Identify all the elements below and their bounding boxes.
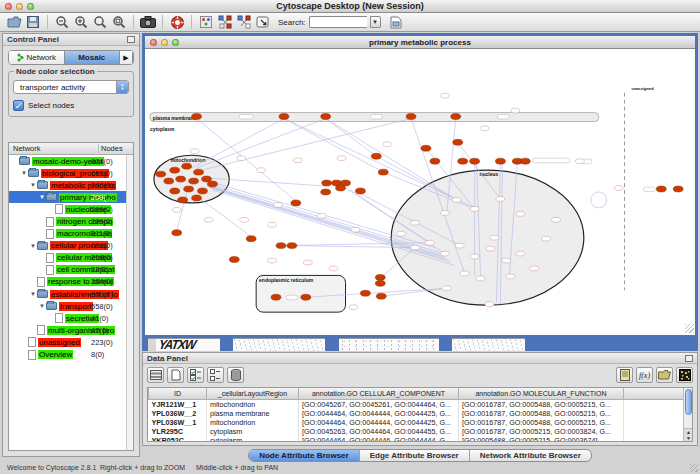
table-cell[interactable]: plasma membrane — [207, 409, 299, 418]
attribute-matrix-icon[interactable] — [676, 367, 693, 383]
tree-row[interactable]: cell communicat22(0) — [9, 264, 133, 276]
expand-arrow-icon[interactable]: ▼ — [38, 303, 46, 309]
network-canvas[interactable]: plasma membranecytoplasmmitochondrionnuc… — [145, 49, 695, 334]
network-layout-icon[interactable] — [217, 14, 233, 30]
table-column-header[interactable]: annotation.GO MOLECULAR_FUNCTION — [459, 388, 624, 399]
attribute-table[interactable]: ID_cellularLayoutRegionannotation.GO CEL… — [147, 387, 693, 442]
expand-arrow-icon[interactable]: ▼ — [38, 194, 46, 200]
window-sliver[interactable] — [339, 338, 439, 351]
attribute-notes-icon[interactable] — [616, 367, 633, 383]
network-edit-icon[interactable] — [236, 14, 252, 30]
table-cell[interactable]: [GO:0016787, GO:0005215, GO:0003824, G..… — [459, 427, 624, 436]
table-cell[interactable]: [GO:0045267, GO:0045261, GO:0044464, G..… — [299, 399, 459, 409]
zoom-fit-icon[interactable] — [111, 14, 127, 30]
tab-edge-attribute-browser[interactable]: Edge Attribute Browser — [360, 450, 470, 461]
tree-row[interactable]: ▼establishment of lo558(0) — [9, 288, 133, 300]
float-data-panel-icon[interactable] — [685, 355, 693, 362]
tab-network[interactable]: Network — [9, 51, 65, 64]
table-row[interactable]: YPL036W__1mitochondrion[GO:0044464, GO:0… — [149, 418, 686, 427]
window-sliver[interactable]: YATXW — [156, 338, 220, 351]
table-cell[interactable]: mitochondrion — [207, 418, 299, 427]
expand-arrow-icon[interactable]: ▼ — [29, 291, 37, 297]
network-graph[interactable]: plasma membranecytoplasmmitochondrionnuc… — [145, 49, 693, 334]
table-cell[interactable]: [GO:0044464, GO:0044444, GO:0044425, G..… — [299, 409, 459, 418]
table-cell[interactable]: [GO:0005488, GO:0005215, GO:0003674] — [459, 436, 624, 443]
select-nodes-checkbox[interactable]: ✓ — [13, 100, 24, 111]
table-cell[interactable]: mitochondrion — [207, 399, 299, 409]
window-sliver[interactable] — [452, 338, 525, 351]
tree-row[interactable]: cellular metabo209(0) — [9, 252, 133, 264]
search-input[interactable] — [309, 16, 367, 28]
tree-row[interactable]: mosaic-demo-yeast874(0) — [9, 155, 133, 167]
table-cell[interactable]: [GO:0016787, GO:0005488, GO:0005215, G..… — [459, 409, 624, 418]
window-edge[interactable] — [439, 338, 452, 351]
table-cell[interactable] — [624, 436, 686, 443]
table-row[interactable]: YJR121W__1mitochondrion[GO:0045267, GO:0… — [149, 399, 686, 409]
attribute-table-icon[interactable] — [147, 367, 164, 383]
window-sliver[interactable] — [148, 338, 156, 351]
table-cell[interactable]: YLR295C — [149, 427, 207, 436]
tree-row[interactable]: Overview8(0) — [9, 349, 133, 361]
tree-row[interactable]: ▼biological_process651(0) — [9, 167, 133, 179]
table-cell[interactable] — [624, 409, 686, 418]
background-windows-strip[interactable]: YATXW — [142, 338, 698, 351]
table-column-header[interactable]: _cellularLayoutRegion — [207, 388, 299, 399]
search-dropdown-arrow-icon[interactable]: ▼ — [370, 16, 381, 28]
unselect-attributes-icon[interactable] — [207, 367, 224, 383]
table-cell[interactable]: cytoplasm — [207, 436, 299, 443]
table-cell[interactable] — [624, 427, 686, 436]
table-cell[interactable] — [624, 399, 686, 409]
table-cell[interactable]: YPL036W__2 — [149, 409, 207, 418]
table-scrollbar[interactable]: ▲▼ — [683, 388, 692, 441]
table-cell[interactable]: YPL036W__1 — [149, 418, 207, 427]
table-cell[interactable] — [624, 418, 686, 427]
tab-overflow-arrow-icon[interactable]: ▶ — [120, 51, 133, 64]
tree-row[interactable]: nitrogen compo209(0) — [9, 215, 133, 227]
table-column-header[interactable]: ID — [149, 388, 207, 399]
tree-row[interactable]: ▼primary metabo209(... — [9, 191, 133, 203]
help-icon[interactable] — [169, 14, 185, 30]
table-cell[interactable]: [GO:0045263, GO:0044464, GO:0044455, G..… — [299, 427, 459, 436]
open-file-icon[interactable] — [6, 14, 22, 30]
search-options-icon[interactable] — [388, 14, 404, 30]
table-cell[interactable]: [GO:0016787, GO:0005488, GO:0005215, G..… — [459, 399, 624, 409]
snapshot-icon[interactable] — [140, 14, 156, 30]
expand-arrow-icon[interactable]: ▼ — [29, 182, 37, 188]
tree-row[interactable]: ▼cellular process614(0) — [9, 240, 133, 252]
tree-row[interactable]: secretion41(0) — [9, 312, 133, 324]
tree-row[interactable]: unassigned223(0) — [9, 336, 133, 348]
app-resize-grip[interactable] — [690, 464, 698, 472]
import-attributes-icon[interactable] — [656, 367, 673, 383]
table-cell[interactable]: [GO:0044464, GO:0044446, GO:0044444, G..… — [299, 436, 459, 443]
table-row[interactable]: YKR052Ccytoplasm[GO:0044464, GO:0044446,… — [149, 436, 686, 443]
network-view-window[interactable]: primary metabolic process plasma membran… — [142, 33, 698, 338]
tab-network-attribute-browser[interactable]: Network Attribute Browser — [470, 450, 591, 461]
tree-row[interactable]: response to stimul264(0) — [9, 276, 133, 288]
tab-node-attribute-browser[interactable]: Node Attribute Browser — [249, 450, 360, 461]
app-titlebar[interactable]: Cytoscape Desktop (New Session) — [0, 0, 700, 13]
table-row[interactable]: YPL036W__2plasma membrane[GO:0044464, GO… — [149, 409, 686, 418]
table-cell[interactable]: YKR052C — [149, 436, 207, 443]
expand-arrow-icon[interactable]: ▼ — [20, 170, 28, 176]
table-column-header[interactable]: annotation.GO CELLULAR_COMPONENT — [299, 388, 459, 399]
new-attribute-icon[interactable] — [167, 367, 184, 383]
zoom-selected-icon[interactable] — [92, 14, 108, 30]
table-scroll-arrows-icon[interactable]: ▲▼ — [684, 428, 693, 441]
table-cell[interactable]: cytoplasm — [207, 427, 299, 436]
tree-row[interactable]: ▼transport558(0) — [9, 300, 133, 312]
network-view-titlebar[interactable]: primary metabolic process — [145, 36, 695, 49]
table-scrollbar-thumb[interactable] — [685, 389, 692, 415]
select-attributes-icon[interactable] — [187, 367, 204, 383]
tree-row[interactable]: multi-organism pro42(0) — [9, 324, 133, 336]
window-edge[interactable] — [220, 338, 233, 351]
annotation-icon[interactable] — [255, 14, 271, 30]
save-icon[interactable] — [25, 14, 41, 30]
tree-row[interactable]: macromolecule311(0) — [9, 228, 133, 240]
vizmapper-icon[interactable] — [198, 14, 214, 30]
network-tree-header[interactable]: Network Nodes — [9, 143, 133, 155]
table-cell[interactable]: [GO:0016787, GO:0005488, GO:0005215, G..… — [459, 418, 624, 427]
window-edge[interactable] — [325, 338, 339, 351]
window-edge[interactable] — [525, 338, 698, 351]
delete-attribute-icon[interactable] — [227, 367, 244, 383]
tree-row[interactable]: ▼metabolic process280(0) — [9, 179, 133, 191]
